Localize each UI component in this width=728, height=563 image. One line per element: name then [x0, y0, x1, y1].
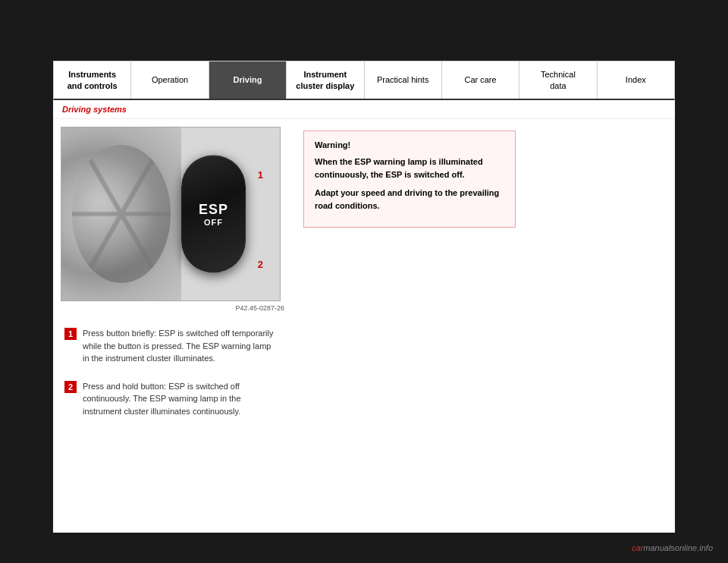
list-item-2: 2 Press and hold button: ESP is switched… [64, 380, 280, 418]
nav-item-technical-data[interactable]: Technicaldata [519, 61, 597, 99]
nav-item-instrument-cluster[interactable]: Instrumentcluster display [287, 61, 364, 99]
content-area: Instruments and controls Operation Drivi… [53, 61, 675, 533]
item-2-text: Press and hold button: ESP is switched o… [83, 380, 280, 418]
esp-label: ESP [199, 202, 228, 218]
badge-1: 1 [64, 328, 77, 340]
esp-off-label: OFF [204, 218, 223, 227]
nav-item-index[interactable]: Index [598, 61, 674, 99]
item-1-text: Press button briefly: ESP is switched of… [83, 327, 280, 365]
tire-spokes [72, 145, 171, 283]
image-section: ESP OFF 1 2 P42.45-0287-26 1 Press b [61, 127, 288, 432]
image-caption: P42.45-0287-26 [235, 304, 288, 312]
nav-item-instruments[interactable]: Instruments and controls [54, 61, 131, 99]
marker-2: 2 [258, 259, 263, 270]
main-content: ESP OFF 1 2 P42.45-0287-26 1 Press b [53, 119, 675, 440]
warning-line2: Adapt your speed and driving to the prev… [315, 187, 504, 212]
watermark-bar: carmanualsonline.info [0, 533, 728, 563]
navigation-bar: Instruments and controls Operation Drivi… [53, 61, 675, 100]
numbered-items: 1 Press button briefly: ESP is switched … [61, 327, 280, 432]
warning-line1: When the ESP warning lamp is illuminated… [315, 156, 504, 181]
warning-title: Warning! [315, 140, 504, 149]
right-section: Warning! When the ESP warning lamp is il… [303, 127, 667, 432]
esp-button-graphic: ESP OFF [181, 156, 246, 273]
breadcrumb: Driving systems [53, 100, 675, 119]
page-container: Instruments and controls Operation Drivi… [0, 0, 728, 563]
watermark-text: carmanualsonline.info [632, 543, 713, 552]
badge-2: 2 [64, 381, 77, 393]
marker-1: 1 [258, 169, 263, 181]
nav-item-car-care[interactable]: Car care [442, 61, 519, 99]
warning-box: Warning! When the ESP warning lamp is il… [303, 131, 516, 228]
nav-item-practical-hints[interactable]: Practical hints [365, 61, 442, 99]
list-item-1: 1 Press button briefly: ESP is switched … [64, 327, 280, 365]
nav-item-driving[interactable]: Driving [209, 61, 287, 99]
esp-image-container: ESP OFF 1 2 [61, 127, 281, 301]
nav-item-operation[interactable]: Operation [131, 61, 209, 99]
